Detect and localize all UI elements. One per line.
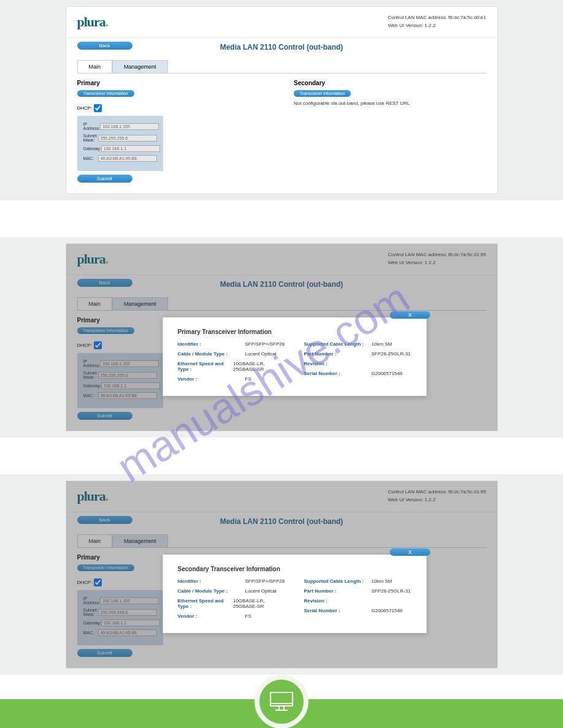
header-info: Control LAN MAC address: f8:dc:7a:5c:d1:…	[388, 488, 486, 504]
modal-close-button[interactable]: X	[389, 311, 430, 319]
part-label: Part Number :	[304, 351, 372, 357]
scl-value: 10km SM	[372, 341, 393, 347]
part-label: Part Number :	[304, 588, 372, 594]
eth-value: 10GBASE-LR, 25GBASE-SR	[233, 361, 286, 372]
scl-label: Supported Cable Length :	[304, 341, 372, 347]
tabs: Main Management	[77, 60, 486, 74]
cable-label: Cable / Module Type :	[178, 588, 245, 594]
footer	[0, 699, 563, 728]
monitor-icon	[269, 691, 294, 712]
eth-label: Ethernet Speed and Type :	[178, 598, 233, 609]
mask-input[interactable]	[98, 372, 157, 379]
screenshot-1: plura. Control LAN MAC address: f8:dc:7a…	[0, 0, 563, 200]
ip-label: IP Address:	[83, 596, 101, 605]
mask-label: Subnet Mask:	[83, 134, 98, 142]
rev-label: Revision :	[304, 598, 372, 604]
rev-label: Revision :	[304, 361, 372, 366]
primary-label: Primary	[77, 80, 270, 86]
modal-title: Primary Transceiver Information	[178, 328, 412, 335]
tab-management[interactable]: Management	[112, 60, 168, 73]
modal-title: Secondary Transceiver Information	[178, 566, 412, 572]
app-window-dimmed: plura. Control LAN MAC address: f8:dc:7a…	[66, 480, 498, 669]
secondary-label: Secondary	[294, 80, 486, 86]
mac-label: MAC:	[83, 393, 98, 398]
header-info: Control LAN MAC address: f8:dc:7a:5c:d1:…	[388, 251, 486, 267]
primary-transceiver-info-button[interactable]: Transceiver Information	[77, 327, 134, 334]
tab-main[interactable]: Main	[77, 297, 113, 310]
mask-input[interactable]	[98, 609, 157, 616]
vendor-label: Vendor :	[178, 613, 245, 619]
mac-label: MAC:	[83, 156, 98, 161]
tab-management[interactable]: Management	[112, 297, 168, 310]
primary-transceiver-info-button[interactable]: Transceiver Information	[77, 90, 134, 97]
header-info: Control LAN MAC address: f8:dc:7a:5c:d0:…	[388, 14, 486, 30]
primary-column: Primary Transceiver Information DHCP: IP…	[77, 80, 270, 183]
primary-transceiver-info-button[interactable]: Transceiver Information	[77, 564, 134, 571]
screenshot-2: plura. Control LAN MAC address: f8:dc:7a…	[0, 237, 563, 438]
tab-main[interactable]: Main	[77, 60, 113, 73]
back-button[interactable]: Back	[77, 516, 132, 524]
eth-value: 10GBASE-LR, 25GBASE-SR	[233, 598, 286, 609]
secondary-note: Not configurable via out-band, please us…	[294, 100, 486, 106]
mac-input[interactable]	[98, 155, 157, 162]
back-button[interactable]: Back	[77, 279, 132, 287]
app-window-dimmed: plura. Control LAN MAC address: f8:dc:7a…	[66, 243, 498, 431]
config-box: IP Address: Subnet Mask: Gateway: MAC:	[77, 116, 163, 171]
back-button[interactable]: Back	[77, 42, 132, 50]
scl-value: 10km SM	[372, 578, 393, 584]
vendor-value: FS	[245, 376, 251, 382]
sn-value: G2006571548	[372, 608, 403, 613]
logo: plura.	[77, 251, 109, 267]
logo: plura.	[77, 14, 109, 30]
tab-main[interactable]: Main	[77, 534, 113, 547]
mask-input[interactable]	[98, 135, 157, 142]
sn-label: Serial Number :	[304, 371, 372, 376]
ip-input[interactable]	[100, 597, 159, 604]
screenshot-3: plura. Control LAN MAC address: f8:dc:7a…	[0, 474, 563, 675]
submit-button[interactable]: Submit	[77, 412, 132, 420]
ip-input[interactable]	[100, 360, 159, 367]
gw-input[interactable]	[101, 145, 160, 152]
identifier-value: SFP/SFP+/SFP28	[245, 578, 285, 584]
gw-input[interactable]	[101, 620, 160, 626]
mac-input[interactable]	[98, 629, 157, 636]
vendor-label: Vendor :	[178, 376, 245, 382]
gw-input[interactable]	[101, 382, 160, 389]
part-value: SFP28-25GLR-31	[372, 351, 411, 357]
tabs: Main Management	[77, 297, 486, 311]
dhcp-checkbox[interactable]	[94, 341, 102, 349]
gw-label: Gateway:	[83, 384, 102, 388]
cable-value: Lucent Optical	[245, 588, 277, 594]
secondary-transceiver-info-button[interactable]: Transceiver Information	[294, 90, 351, 97]
dhcp-checkbox[interactable]	[94, 104, 102, 112]
mac-input[interactable]	[98, 392, 157, 399]
ip-input[interactable]	[100, 123, 159, 130]
modal-close-button[interactable]: X	[389, 548, 430, 556]
sn-value: G2006571548	[372, 371, 403, 376]
secondary-transceiver-modal: X Secondary Transceiver Information Iden…	[163, 555, 427, 633]
primary-transceiver-modal: X Primary Transceiver Information Identi…	[163, 317, 427, 396]
logo: plura.	[77, 488, 109, 504]
ip-label: IP Address:	[83, 359, 101, 368]
identifier-value: SFP/SFP+/SFP28	[245, 341, 285, 347]
eth-label: Ethernet Speed and Type :	[178, 361, 233, 372]
identifier-label: Identifier :	[178, 578, 245, 584]
vendor-value: FS	[245, 613, 251, 619]
dhcp-checkbox[interactable]	[94, 578, 102, 586]
ip-label: IP Address:	[83, 122, 101, 131]
mask-label: Subnet Mask:	[83, 371, 98, 379]
cable-label: Cable / Module Type :	[178, 351, 245, 357]
submit-button[interactable]: Submit	[77, 175, 132, 183]
submit-button[interactable]: Submit	[77, 649, 132, 657]
dhcp-label: DHCP:	[77, 580, 93, 585]
sn-label: Serial Number :	[304, 608, 372, 613]
app-window: plura. Control LAN MAC address: f8:dc:7a…	[66, 6, 498, 194]
scl-label: Supported Cable Length :	[304, 578, 372, 584]
mask-label: Subnet Mask:	[83, 608, 98, 616]
footer-circle	[255, 675, 308, 728]
gw-label: Gateway:	[83, 621, 102, 625]
tab-management[interactable]: Management	[112, 534, 168, 547]
mac-label: MAC:	[83, 631, 98, 635]
cable-value: Lucent Optical	[245, 351, 277, 357]
gw-label: Gateway:	[83, 146, 102, 151]
